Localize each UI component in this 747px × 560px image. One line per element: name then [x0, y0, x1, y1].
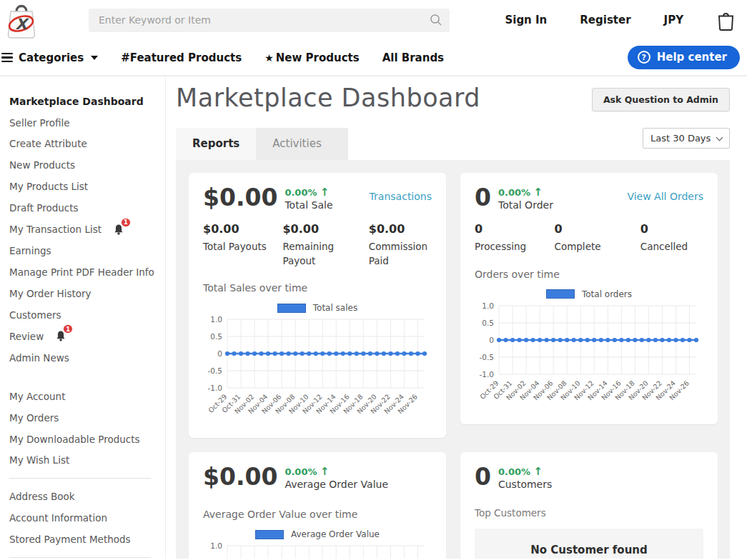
sidebar-item-seller-profile[interactable]: Seller Profile: [9, 112, 165, 134]
sidebar-item-manage-print-pdf-header-info[interactable]: Manage Print PDF Header Info: [9, 261, 165, 283]
sidebar-item-my-wish-list[interactable]: My Wish List: [9, 450, 165, 471]
total-sale-label: Total Sale: [285, 199, 332, 211]
svg-text:0: 0: [217, 349, 222, 358]
cart-icon[interactable]: [716, 10, 736, 31]
aov-chart: 1.00.80.60.40.20Oct-29Oct-31Nov-02Nov-04…: [203, 541, 432, 559]
no-customer-found-message: No Customer found: [475, 529, 703, 559]
sidebar-item-my-order-history[interactable]: My Order History: [9, 283, 165, 304]
star-icon: ★: [264, 52, 274, 64]
tab-activities[interactable]: Activities: [256, 128, 337, 160]
svg-text:0: 0: [489, 335, 494, 344]
search-icon[interactable]: [430, 14, 442, 26]
sidebar-item-stored-payment-methods[interactable]: Stored Payment Methods: [9, 529, 165, 550]
chevron-down-icon: [91, 56, 98, 60]
notification-badge: 1: [63, 324, 73, 334]
sidebar-item-account-information[interactable]: Account Information: [9, 507, 165, 529]
legend-swatch: [546, 289, 575, 299]
notification-bell-icon: 1: [55, 330, 66, 342]
svg-text:1.0: 1.0: [210, 315, 222, 324]
sidebar-item-review[interactable]: Review1: [9, 326, 165, 348]
sidebar-item-new-products[interactable]: New Products: [9, 154, 165, 176]
sidebar-item-admin-news[interactable]: Admin News: [9, 347, 165, 369]
sidebar-item-customers[interactable]: Customers: [9, 304, 165, 326]
total-sales-chart: 1.00.50-0.5-1.0Oct-29Oct-31Nov-02Nov-04N…: [203, 315, 432, 426]
store-logo-icon[interactable]: X: [4, 2, 39, 39]
nav-featured-products[interactable]: #Featured Products: [121, 51, 242, 64]
question-mark-icon: ?: [638, 51, 650, 64]
orders-chart: 1.00.50-0.5-1.0Oct-29Oct-31Nov-02Nov-04N…: [475, 301, 703, 413]
notification-bell-icon: 1: [113, 224, 124, 236]
customers-percent: 0.00% ↑: [498, 465, 552, 478]
content-area: Marketplace DashboardSeller ProfileCreat…: [0, 76, 747, 559]
categories-menu[interactable]: Categories: [1, 51, 98, 64]
top-header: X Sign In Register JPY: [0, 0, 747, 40]
stat-complete: 0 Complete: [554, 222, 633, 254]
dashboard-cards: $0.00 0.00% ↑ Total Sale Transactions: [176, 160, 730, 559]
sidebar-item-my-products-list[interactable]: My Products List: [9, 176, 165, 197]
register-link[interactable]: Register: [580, 14, 630, 26]
average-order-value-card: $0.00 0.00% ↑ Average Order Value Averag…: [189, 452, 446, 559]
sidebar-item-label: My Downloadable Products: [9, 434, 140, 445]
sidebar-item-address-book[interactable]: Address Book: [9, 486, 165, 507]
view-all-orders-link[interactable]: View All Orders: [627, 191, 703, 202]
hamburger-icon: [1, 53, 13, 63]
main-panel: Marketplace Dashboard Ask Question to Ad…: [166, 76, 747, 559]
sidebar-item-my-orders[interactable]: My Orders: [9, 407, 165, 429]
legend-swatch: [277, 304, 306, 313]
sign-in-link[interactable]: Sign In: [505, 14, 547, 26]
legend-swatch: [255, 530, 284, 539]
total-order-label: Total Order: [498, 199, 553, 211]
sidebar-item-label: Address Book: [9, 491, 75, 502]
sidebar-item-label: Seller Profile: [9, 117, 70, 129]
customers-card: 0 0.00% ↑ Customers Top Customers No Cus…: [460, 452, 718, 559]
period-select-value: Last 30 Days: [650, 133, 711, 144]
sidebar-item-label: My Orders: [9, 412, 59, 424]
svg-text:1.0: 1.0: [482, 301, 494, 310]
top-customers-title: Top Customers: [475, 507, 703, 519]
sidebar-item-marketplace-dashboard[interactable]: Marketplace Dashboard: [9, 91, 165, 112]
sidebar-item-label: Create Attribute: [9, 138, 87, 149]
sidebar-item-label: Marketplace Dashboard: [9, 96, 144, 107]
transactions-link[interactable]: Transactions: [370, 191, 432, 202]
sidebar-divider: [9, 557, 151, 558]
orders-chart-title: Orders over time: [475, 269, 703, 280]
sidebar-item-label: My Order History: [9, 288, 91, 299]
sidebar-item-my-transaction-list[interactable]: My Transaction List1: [9, 219, 165, 241]
ask-question-to-admin-button[interactable]: Ask Question to Admin: [592, 88, 730, 111]
sidebar-item-label: Review: [9, 331, 44, 342]
sidebar-item-earnings[interactable]: Earnings: [9, 240, 165, 261]
chart-legend: Average Order Value: [203, 529, 432, 539]
search-input[interactable]: [89, 9, 450, 32]
aov-value: $0.00: [203, 465, 277, 490]
total-order-percent: 0.00% ↑: [498, 186, 553, 199]
currency-selector[interactable]: JPY: [664, 14, 683, 26]
chart-legend: Total sales: [203, 303, 432, 313]
stat-total-payouts: $0.00 Total Payouts: [203, 222, 275, 268]
sidebar-item-create-attribute[interactable]: Create Attribute: [9, 134, 165, 155]
sidebar-item-draft-products[interactable]: Draft Products: [9, 197, 165, 219]
sidebar-nav: Marketplace DashboardSeller ProfileCreat…: [0, 76, 166, 559]
sidebar-item-my-downloadable-products[interactable]: My Downloadable Products: [9, 429, 165, 450]
stat-remaining-payout: $0.00 Remaining Payout: [282, 222, 361, 268]
nav-all-brands[interactable]: All Brands: [382, 51, 444, 64]
period-select[interactable]: Last 30 Days: [643, 128, 730, 149]
sidebar-item-my-account[interactable]: My Account: [9, 386, 165, 407]
svg-text:-1.0: -1.0: [480, 369, 495, 378]
svg-text:-0.5: -0.5: [480, 352, 495, 361]
sidebar-item-label: Draft Products: [9, 202, 79, 214]
stat-cancelled: 0 Cancelled: [640, 222, 703, 254]
sidebar-item-label: Customers: [9, 309, 61, 321]
categories-label: Categories: [19, 51, 84, 64]
up-arrow-icon: ↑: [320, 465, 330, 478]
help-center-button[interactable]: ? Help center: [628, 46, 740, 69]
sidebar-item-label: Admin News: [9, 352, 69, 364]
sidebar-gap: [9, 369, 165, 386]
up-arrow-icon: ↑: [320, 186, 330, 199]
sidebar-item-label: New Products: [9, 159, 75, 171]
sidebar-item-label: My Products List: [9, 181, 88, 192]
sidebar-item-label: Account Information: [9, 512, 107, 524]
nav-new-products[interactable]: ★ New Products: [264, 51, 359, 64]
total-sale-card: $0.00 0.00% ↑ Total Sale Transactions: [189, 173, 446, 438]
total-sale-value: $0.00: [203, 186, 277, 211]
tab-reports[interactable]: Reports: [176, 128, 256, 160]
